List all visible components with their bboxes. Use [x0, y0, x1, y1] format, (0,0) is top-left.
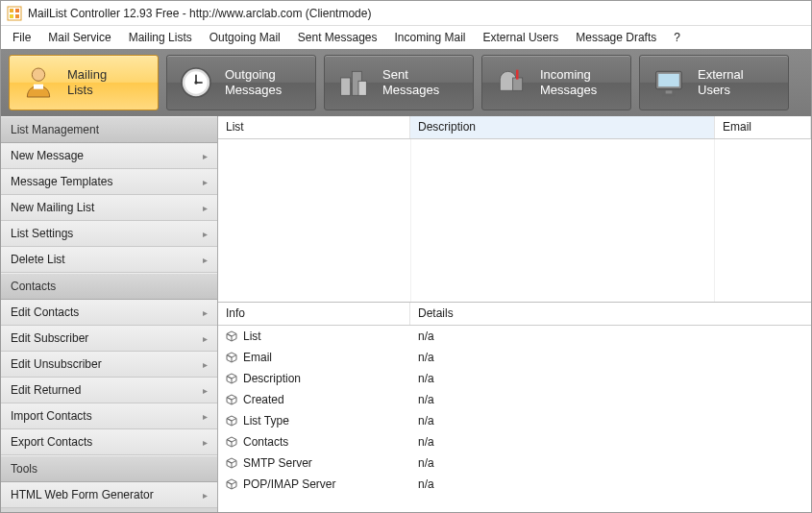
window-title: MailList Controller 12.93 Free - http://… — [28, 7, 371, 20]
chevron-right-icon: ▸ — [203, 359, 208, 370]
detail-row[interactable]: Listn/a — [218, 326, 811, 347]
detail-row[interactable]: Emailn/a — [218, 347, 811, 368]
detail-details-cell: n/a — [410, 372, 811, 385]
list-table-header: List Description Email — [218, 116, 811, 139]
sidebar-item-message-templates[interactable]: Message Templates▸ — [1, 169, 217, 195]
menu-mailing-lists[interactable]: Mailing Lists — [121, 28, 200, 47]
detail-info-label: POP/IMAP Server — [243, 477, 335, 491]
detail-info-cell: Description — [218, 372, 410, 385]
monitor-icon — [646, 60, 692, 106]
detail-info-cell: List — [218, 330, 410, 343]
title-bar: MailList Controller 12.93 Free - http://… — [1, 1, 811, 26]
detail-details-cell: n/a — [410, 456, 811, 470]
column-info[interactable]: Info — [218, 303, 410, 325]
sidebar-item-edit-subscriber[interactable]: Edit Subscriber▸ — [1, 326, 217, 352]
column-email[interactable]: Email — [715, 116, 811, 138]
sidebar-item-label: New Message — [11, 149, 84, 162]
clock-icon — [173, 60, 219, 106]
detail-table-header: Info Details — [218, 303, 811, 326]
cube-icon — [226, 330, 237, 342]
detail-row[interactable]: SMTP Servern/a — [218, 452, 811, 474]
menu-incoming-mail[interactable]: Incoming Mail — [387, 28, 474, 47]
svg-rect-2 — [15, 9, 19, 12]
buildings-icon — [331, 60, 377, 106]
detail-info-cell: Contacts — [218, 435, 410, 449]
sidebar-item-edit-unsubscriber[interactable]: Edit Unsubscriber▸ — [1, 352, 217, 378]
detail-info-label: Description — [243, 372, 301, 385]
detail-info-label: List — [243, 330, 261, 343]
sidebar-item-label: HTML Web Form Generator — [11, 488, 154, 501]
sidebar: List Management New Message▸ Message Tem… — [1, 116, 218, 512]
sidebar-item-new-message[interactable]: New Message▸ — [1, 143, 217, 169]
toolbar-incoming-messages[interactable]: IncomingMessages — [481, 55, 631, 110]
toolbar-label: ExternalUsers — [698, 67, 744, 97]
cube-icon — [226, 352, 237, 363]
svg-rect-4 — [15, 14, 19, 18]
sidebar-item-new-mailing-list[interactable]: New Mailing List▸ — [1, 195, 217, 221]
toolbar-label: IncomingMessages — [540, 67, 597, 97]
svg-rect-17 — [658, 74, 679, 86]
sidebar-item-html-web-form-generator[interactable]: HTML Web Form Generator▸ — [1, 482, 217, 508]
sidebar-item-label: Delete List — [11, 253, 65, 266]
toolbar-mailing-lists[interactable]: MailingLists — [9, 55, 159, 110]
sidebar-item-label: New Mailing List — [11, 201, 94, 214]
toolbar-label: OutgoingMessages — [225, 67, 282, 97]
sidebar-header-tools: Tools — [1, 455, 217, 482]
detail-info-cell: POP/IMAP Server — [218, 477, 410, 491]
chevron-right-icon: ▸ — [203, 177, 208, 187]
sidebar-item-import-contacts[interactable]: Import Contacts▸ — [1, 403, 217, 429]
menu-external-users[interactable]: External Users — [476, 28, 567, 47]
detail-info-cell: Email — [218, 351, 410, 364]
detail-details-cell: n/a — [410, 414, 811, 428]
sidebar-item-label: Edit Subscriber — [11, 331, 88, 345]
menu-outgoing-mail[interactable]: Outgoing Mail — [202, 28, 288, 47]
chevron-right-icon: ▸ — [203, 385, 208, 396]
detail-info-cell: List Type — [218, 414, 410, 428]
menu-message-drafts[interactable]: Message Drafts — [568, 28, 664, 47]
toolbar-label: SentMessages — [382, 67, 439, 97]
sidebar-item-label: List Settings — [11, 227, 73, 240]
chevron-right-icon: ▸ — [203, 437, 208, 448]
sidebar-item-delete-list[interactable]: Delete List▸ — [1, 247, 217, 273]
menu-mail-service[interactable]: Mail Service — [40, 28, 118, 47]
detail-row[interactable]: Descriptionn/a — [218, 368, 811, 389]
svg-rect-1 — [10, 9, 13, 12]
menu-sent-messages[interactable]: Sent Messages — [290, 28, 385, 47]
column-list[interactable]: List — [218, 116, 410, 138]
menu-help[interactable]: ? — [666, 28, 688, 47]
person-icon — [15, 60, 62, 106]
chevron-right-icon: ▸ — [203, 333, 208, 344]
sidebar-item-edit-contacts[interactable]: Edit Contacts▸ — [1, 300, 217, 326]
cube-icon — [226, 373, 237, 384]
cube-icon — [226, 436, 237, 448]
toolbar-outgoing-messages[interactable]: OutgoingMessages — [166, 55, 316, 110]
sidebar-item-edit-returned[interactable]: Edit Returned▸ — [1, 378, 217, 403]
toolbar-sent-messages[interactable]: SentMessages — [324, 55, 474, 110]
chevron-right-icon: ▸ — [203, 203, 208, 213]
svg-rect-18 — [666, 90, 673, 93]
toolbar-label: MailingLists — [67, 67, 107, 97]
chevron-right-icon: ▸ — [203, 255, 208, 265]
toolbar-external-users[interactable]: ExternalUsers — [639, 55, 789, 110]
svg-rect-3 — [10, 14, 13, 18]
sidebar-item-export-contacts[interactable]: Export Contacts▸ — [1, 429, 217, 455]
detail-row[interactable]: Contactsn/a — [218, 431, 811, 452]
menu-file[interactable]: File — [5, 28, 38, 47]
toolbar: MailingLists OutgoingMessages SentMessag… — [1, 49, 811, 116]
chevron-right-icon: ▸ — [203, 411, 208, 422]
sidebar-item-label: Message Templates — [11, 175, 113, 188]
detail-info-label: Contacts — [243, 435, 288, 449]
column-details[interactable]: Details — [410, 303, 811, 325]
chevron-right-icon: ▸ — [203, 229, 208, 239]
sidebar-item-list-settings[interactable]: List Settings▸ — [1, 221, 217, 247]
cube-icon — [226, 394, 237, 405]
column-description[interactable]: Description — [410, 116, 715, 138]
cube-icon — [226, 457, 237, 469]
list-table-body[interactable] — [218, 139, 811, 303]
sidebar-item-label: Import Contacts — [11, 409, 92, 423]
chevron-right-icon: ▸ — [203, 307, 208, 318]
detail-row[interactable]: Createdn/a — [218, 389, 811, 410]
svg-rect-13 — [358, 81, 366, 95]
detail-row[interactable]: List Typen/a — [218, 410, 811, 431]
detail-row[interactable]: POP/IMAP Servern/a — [218, 474, 811, 495]
